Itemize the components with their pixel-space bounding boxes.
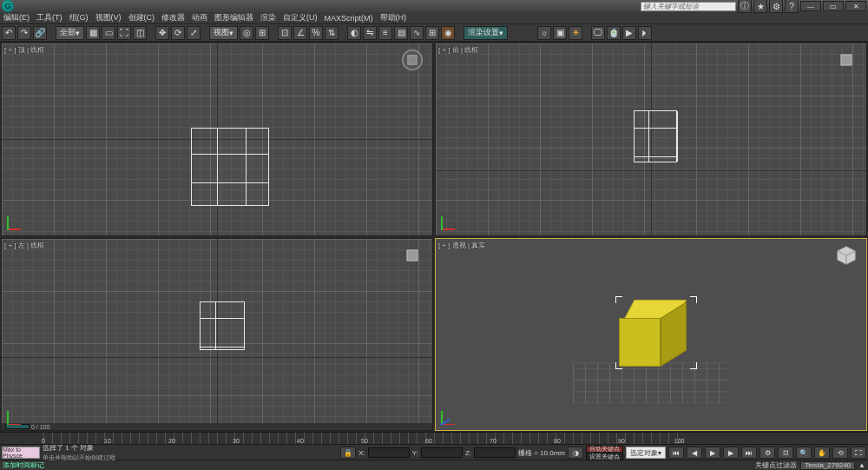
render-preset-dropdown[interactable]: 渲染设置 ▾	[464, 26, 508, 40]
auto-key-button[interactable]: 自动关键点	[586, 446, 623, 453]
filter-icon[interactable]: ▦	[86, 26, 100, 40]
y-coord-input[interactable]	[421, 447, 463, 458]
selected-object-dropdown[interactable]: 选定对象 ▾	[626, 447, 666, 459]
menu-group[interactable]: 组(G)	[69, 12, 89, 23]
menu-create[interactable]: 创建(C)	[128, 12, 155, 23]
key-filter-button[interactable]: 关键点过滤器	[755, 460, 797, 470]
select-region-icon[interactable]: ◫	[133, 26, 147, 40]
orbit-icon[interactable]: ⟲	[832, 447, 848, 459]
menu-customize[interactable]: 自定义(U)	[283, 12, 318, 23]
play-icon[interactable]: ▶	[705, 447, 720, 459]
lock-icon[interactable]: 🔒	[340, 447, 356, 459]
move-icon[interactable]: ✥	[155, 26, 169, 40]
spinner-snap-icon[interactable]: ⇅	[325, 26, 339, 40]
box-object[interactable]	[621, 300, 681, 361]
pivot-icon[interactable]: ◎	[240, 26, 253, 40]
object-wireframe[interactable]	[634, 110, 677, 162]
manip-icon[interactable]: ⊞	[255, 26, 269, 40]
menu-graph-editors[interactable]: 图形编辑器	[214, 12, 253, 23]
viewport-left[interactable]: [ + ] 左 | 线框 0 / 100	[1, 238, 433, 432]
isolate-icon[interactable]: ◑	[568, 447, 583, 459]
axis-gizmo-icon	[7, 213, 24, 230]
render-last-icon[interactable]: ⏵	[638, 26, 652, 40]
set-key-button[interactable]: 设置关键点	[586, 453, 623, 460]
schematic-icon[interactable]: ⊞	[425, 26, 439, 40]
gear-icon[interactable]: ⚙	[769, 0, 783, 13]
menu-animation[interactable]: 动画	[192, 12, 207, 23]
redo-icon[interactable]: ↷	[17, 26, 31, 40]
info-icon[interactable]: ⓘ	[738, 0, 752, 13]
angle-snap-icon[interactable]: ∠	[293, 26, 307, 40]
material-icon[interactable]: ◉	[441, 26, 455, 40]
menu-tools[interactable]: 工具(T)	[36, 12, 62, 23]
minimize-button[interactable]: —	[800, 1, 821, 11]
named-sel-icon[interactable]: ◐	[347, 26, 361, 40]
ref-coord-dropdown[interactable]: 视图 ▾	[209, 26, 238, 40]
time-ruler[interactable]: 0 10 20 30 40 50 60 70 80 90 100	[0, 433, 868, 445]
menu-edit[interactable]: 编辑(E)	[3, 12, 30, 23]
scale-icon[interactable]: ⤢	[187, 26, 201, 40]
quick-render-icon[interactable]: ▶	[622, 26, 636, 40]
percent-snap-icon[interactable]: %	[309, 26, 323, 40]
teapot-icon[interactable]: 🍵	[607, 26, 621, 40]
goto-end-icon[interactable]: ⏭	[741, 447, 757, 459]
align-icon[interactable]: ≡	[378, 26, 392, 40]
script-listener-button[interactable]: Max to Physce	[2, 447, 40, 459]
add-time-tag-label[interactable]: 添加时间标记	[3, 460, 44, 470]
viewcube-icon[interactable]	[401, 49, 425, 73]
close-button[interactable]: ✕	[845, 1, 866, 11]
menu-rendering[interactable]: 渲染	[260, 12, 276, 23]
prev-frame-icon[interactable]: ◀	[687, 447, 702, 459]
z-label: Z:	[465, 449, 471, 457]
render-frame-icon[interactable]: ▣	[553, 26, 567, 40]
next-frame-icon[interactable]: ▶	[723, 447, 739, 459]
undo-icon[interactable]: ↶	[2, 26, 16, 40]
grid-size-label: 栅格 = 10.0mm	[518, 448, 565, 458]
viewport-label[interactable]: [ + ] 顶 | 线框	[4, 45, 44, 55]
viewcube-icon[interactable]	[401, 244, 425, 268]
menu-maxscript[interactable]: MAXScript(M)	[325, 14, 373, 23]
help-icon[interactable]: ?	[785, 0, 799, 13]
render-setup-icon[interactable]: ☼	[537, 26, 551, 40]
viewport-top[interactable]: [ + ] 顶 | 线框	[1, 43, 433, 236]
maximize-button[interactable]: ▭	[823, 1, 844, 11]
mirror-icon[interactable]: ⇋	[363, 26, 377, 40]
snap-toggle-icon[interactable]: ⊡	[278, 26, 292, 40]
curve-editor-icon[interactable]: ∿	[410, 26, 424, 40]
rotate-icon[interactable]: ⟳	[171, 26, 185, 40]
menu-help[interactable]: 帮助(H)	[380, 12, 407, 23]
viewcube-icon[interactable]	[835, 244, 859, 268]
x-coord-input[interactable]	[368, 447, 410, 458]
goto-start-icon[interactable]: ⏮	[668, 447, 684, 459]
tray-icon[interactable]: ▲	[858, 461, 865, 469]
object-wireframe[interactable]	[200, 301, 245, 350]
menu-modifiers[interactable]: 修改器	[161, 12, 185, 23]
object-wireframe[interactable]	[191, 128, 269, 206]
viewport-label[interactable]: [ + ] 前 | 线框	[438, 45, 478, 55]
selection-set-dropdown[interactable]: 全部 ▾	[56, 26, 84, 40]
zoom-icon[interactable]: 🔍	[796, 447, 812, 459]
star-icon[interactable]: ★	[753, 0, 767, 13]
viewport-label[interactable]: [ + ] 左 | 线框	[4, 241, 44, 250]
scroll-range-label: 0 / 100	[31, 424, 49, 430]
time-scrollbar[interactable]: 0 / 100	[2, 423, 432, 430]
viewport-front[interactable]: [ + ] 前 | 线框	[435, 43, 867, 236]
viewcube-icon[interactable]	[835, 49, 859, 73]
menu-view[interactable]: 视图(V)	[95, 12, 122, 23]
viewport-perspective[interactable]: [ + ] 透视 | 真实	[435, 238, 867, 432]
search-input[interactable]: 键入关键字或短语	[641, 2, 736, 11]
zoom-extents-icon[interactable]: ⊡	[778, 447, 793, 459]
time-config-icon[interactable]: ⚙	[760, 447, 775, 459]
app-icon[interactable]: G	[2, 0, 14, 12]
max-viewport-icon[interactable]: ⛶	[851, 447, 866, 459]
viewport-label[interactable]: [ + ] 透视 | 真实	[438, 241, 485, 250]
select-icon[interactable]: ▭	[102, 26, 115, 40]
render-icon[interactable]: ☀	[569, 26, 582, 40]
layers-icon[interactable]: ▤	[394, 26, 408, 40]
link-icon[interactable]: 🔗	[33, 26, 47, 40]
render-output-icon[interactable]: 🖵	[591, 26, 605, 40]
y-label: Y:	[412, 449, 418, 457]
z-coord-input[interactable]	[474, 447, 516, 458]
pan-icon[interactable]: ✋	[814, 447, 830, 459]
select-name-icon[interactable]: ⛶	[117, 26, 131, 40]
